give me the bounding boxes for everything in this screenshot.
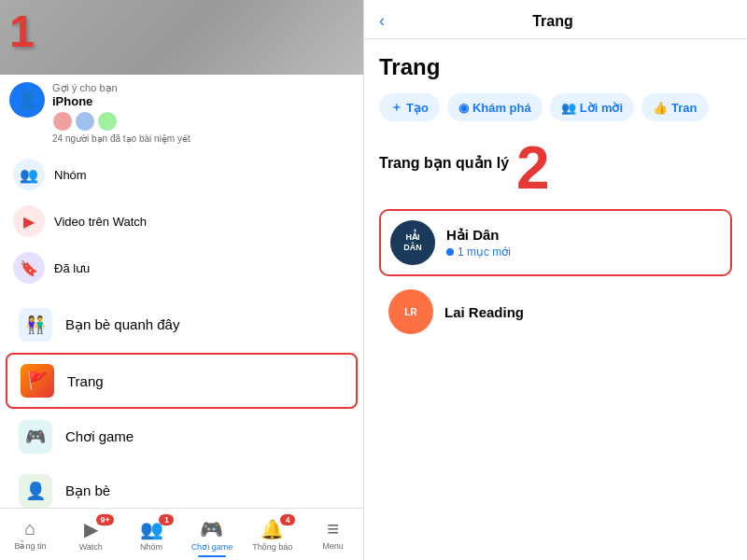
hai-dan-avatar: HẢIDÂN [390,220,435,265]
menu-item-ban-be-quanh-day[interactable]: 👫 Bạn bè quanh đây [6,299,358,351]
step-number-1: 1 [9,9,35,54]
profile-name: iPhone [52,94,354,108]
hai-dan-name: Hải Dân [446,227,721,244]
nhom-nav-label: Nhóm [140,542,162,552]
nhom-icon: 👥 [13,159,45,190]
tab-kham-pha[interactable]: ◉ Khám phá [447,93,543,121]
friend-avatar-2 [75,111,95,132]
lai-reading-name: Lai Reading [444,304,723,320]
left-panel: 1 👤 Gợi ý cho bạn iPhone 24 người bạn đã… [0,0,364,560]
tran-icon: 👍 [653,101,668,115]
nav-thong-bao[interactable]: 🔔 4 Thông báo [242,512,303,557]
nav-nhom[interactable]: 👥 1 Nhóm [121,512,182,557]
lai-reading-avatar: LR [388,289,433,334]
thong-bao-badge: 4 [280,514,295,525]
choi-game-nav-label: Chơi game [191,542,233,552]
hai-dan-sub-text: 1 mục mới [458,245,511,259]
right-header: ‹ Trang [364,0,747,39]
tab-tao[interactable]: ＋ Tạo [379,93,440,121]
choi-game-nav-icon: 🎮 [200,518,223,540]
tran-label: Tran [671,101,697,115]
profile-area: 👤 Gợi ý cho bạn iPhone 24 người bạn đã t… [0,75,363,147]
nav-bang-tin[interactable]: ⌂ Bảng tin [0,512,61,556]
bang-tin-icon: ⌂ [24,518,35,539]
trang-label: Trang [67,373,104,389]
friend-avatar-1 [52,111,73,132]
tab-tran[interactable]: 👍 Tran [641,93,708,121]
friend-avatars [52,111,354,132]
section-header: Trang bạn quản lý 2 [379,138,732,198]
hai-dan-sub: 1 mục mới [446,245,721,259]
profile-desc: 24 người bạn đã tạo bài niệm yết [52,133,354,144]
da-luu-icon: 🔖 [13,252,45,284]
kham-pha-label: Khám phá [472,101,531,115]
da-luu-label: Đã lưu [54,261,90,275]
video-icon: ▶ [13,205,45,237]
profile-info: Gợi ý cho bạn iPhone 24 người bạn đã tạo… [52,82,354,144]
lai-reading-info: Lai Reading [444,304,723,320]
menu-item-trang[interactable]: 🚩 Trang [6,353,358,409]
menu-item-ban-be[interactable]: 👤 Bạn bè [6,465,358,508]
menu-icon: ≡ [327,519,339,539]
nav-watch[interactable]: ▶ 9+ Watch [61,512,121,557]
active-indicator [198,555,226,557]
hai-dan-info: Hải Dân 1 mục mới [446,227,721,259]
right-content: Trang ＋ Tạo ◉ Khám phá 👥 Lời mời 👍 Tran … [364,39,747,560]
friend-avatar-3 [97,111,118,132]
ban-be-icon: 👤 [19,474,52,508]
tabs-row: ＋ Tạo ◉ Khám phá 👥 Lời mời 👍 Tran [379,93,732,121]
video-label: Video trên Watch [54,215,147,229]
left-sidebar-items: 👥 Nhóm ▶ Video trên Watch 🔖 Đã lưu [0,147,363,295]
watch-label: Watch [79,542,103,552]
photo-strip: 1 [0,0,363,75]
back-button[interactable]: ‹ [379,11,385,31]
page-title: Trang [379,54,732,80]
choi-game-icon: 🎮 [19,420,52,454]
ban-be-quanh-day-label: Bạn bè quanh đây [65,316,179,333]
nhom-badge: 1 [159,514,174,525]
sidebar-item-video[interactable]: ▶ Video trên Watch [9,198,354,245]
step-number-2: 2 [516,138,550,198]
avatar: 👤 [9,82,45,118]
menu-nav-label: Menu [322,541,344,551]
sidebar-item-nhom[interactable]: 👥 Nhóm [9,151,354,198]
tao-label: Tạo [406,101,429,115]
watch-badge: 9+ [96,514,113,525]
tao-icon: ＋ [390,99,402,116]
bottom-nav: ⌂ Bảng tin ▶ 9+ Watch 👥 1 Nhóm 🎮 Chơi ga… [0,508,363,560]
loi-moi-icon: 👥 [561,101,576,115]
hai-dan-dot [446,248,454,256]
menu-item-choi-game[interactable]: 🎮 Chơi game [6,411,358,463]
kham-pha-icon: ◉ [458,101,469,115]
profile-suggest-label: Gợi ý cho bạn [52,82,354,94]
tab-loi-moi[interactable]: 👥 Lời mời [550,93,634,121]
loi-moi-label: Lời mời [580,101,623,115]
section-title: Trang bạn quản lý [379,154,509,172]
nav-menu[interactable]: ≡ Menu [303,513,363,556]
thong-bao-label: Thông báo [252,542,292,552]
page-item-lai-reading[interactable]: LR Lai Reading [379,280,732,343]
bang-tin-label: Bảng tin [14,541,46,551]
sidebar-item-da-luu[interactable]: 🔖 Đã lưu [9,245,354,291]
choi-game-label: Chơi game [65,428,134,445]
page-item-hai-dan[interactable]: HẢIDÂN Hải Dân 1 mục mới [379,209,732,276]
photo-bg [0,0,363,75]
ban-be-quanh-day-icon: 👫 [19,308,52,342]
nhom-label: Nhóm [54,168,87,182]
right-panel: ‹ Trang Trang ＋ Tạo ◉ Khám phá 👥 Lời mời… [364,0,747,560]
right-header-title: Trang [396,13,710,30]
ban-be-label: Bạn bè [65,483,110,499]
trang-icon: 🚩 [21,364,54,398]
nav-choi-game[interactable]: 🎮 Chơi game [181,512,242,557]
menu-section: 👫 Bạn bè quanh đây 🚩 Trang 🎮 Chơi game 👤… [0,295,363,508]
